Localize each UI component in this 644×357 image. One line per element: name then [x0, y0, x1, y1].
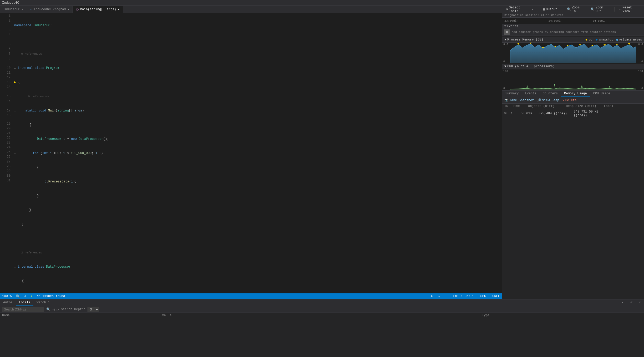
col-value: Value	[162, 314, 482, 317]
tab-label: InducedGC.Program	[34, 8, 66, 11]
events-section: ▼ Events ⏸ Add counter graphs by checkin…	[502, 24, 644, 37]
tab-events[interactable]: Events	[522, 91, 539, 97]
locals-search-input[interactable]	[2, 307, 44, 312]
tab-dropdown-icon[interactable]: ▾	[68, 7, 69, 11]
tab-bar: InducedGC ▾ ○ InducedGC.Program ▾ ⬡ Main…	[0, 6, 502, 13]
private-bytes-legend-label: Private Bytes	[619, 38, 642, 41]
timeline-t2: 24:00min	[549, 19, 562, 22]
tab-memory-usage[interactable]: Memory Usage	[561, 91, 590, 97]
zoom-in-button[interactable]: 🔍 Zoom In	[565, 6, 586, 14]
line-numbers: 1 2 3 4 5 6 7 8 9 10 11 12 13 14 15 16	[0, 13, 13, 293]
svg-marker-13	[510, 88, 636, 90]
th-heap: Heap Size (Diff)	[566, 104, 604, 108]
reset-label: Reset View	[622, 6, 640, 13]
heap-icon: 🔎	[537, 98, 541, 102]
th-id: ID	[504, 104, 512, 108]
events-toolbar: ⏸ Add counter graphs by checking counter…	[502, 29, 644, 35]
view-heap-button[interactable]: 🔎 View Heap	[537, 98, 559, 102]
events-label: Events	[525, 92, 536, 95]
snapshot-row: ⧉ 1 53.01s 325,484 ((n/a)) 349,731.00 KB…	[502, 109, 644, 118]
search-icon: 🔍	[46, 307, 50, 312]
summary-label: Summary	[505, 92, 519, 95]
tab-main[interactable]: ⬡ Main(string[] args) ▾	[73, 6, 123, 13]
chart-y-left: 8.6 0	[502, 43, 510, 64]
float-bottom-button[interactable]: ⤢	[627, 299, 636, 306]
delete-snapshot-button[interactable]: ✕ Delete	[562, 98, 576, 102]
watch1-label: Watch 1	[37, 301, 50, 304]
bottom-tabs: Autos Locals Watch 1 ▾ ⤢ ✕	[0, 299, 644, 306]
diag-toolbar: ⚙ Select Tools ▾ ▦ Output 🔍 Zoom In 🔍 Zo…	[502, 6, 644, 13]
zoom-in-label: Zoom In	[572, 6, 584, 13]
tab-label: InducedGC	[3, 8, 20, 11]
snapshot-heap-size: 349,731.00 KB ((n/a))	[574, 110, 607, 117]
main-area: InducedGC ▾ ○ InducedGC.Program ▾ ⬡ Main…	[0, 6, 644, 299]
zoom-level: 100 %	[2, 294, 12, 298]
select-tools-label: Select Tools	[509, 6, 530, 13]
reset-icon: ↺	[620, 7, 621, 11]
encoding: SPC	[480, 294, 486, 298]
session-bar: Diagnostics session: 24:15 minutes	[502, 13, 644, 18]
cpu-usage-label: CPU Usage	[593, 92, 610, 95]
collapse-bottom-button[interactable]: ▾	[619, 299, 627, 306]
memory-chevron: ▼	[504, 38, 506, 42]
private-bytes-legend: Private Bytes	[616, 38, 642, 41]
tab-dropdown-icon[interactable]: ▾	[118, 8, 120, 12]
cpu-y-max: 100	[503, 70, 509, 73]
nav-back-icon[interactable]: ⚑	[431, 294, 433, 298]
nav-fwd-icon[interactable]: ⇨	[438, 294, 440, 298]
diag-tabs: Summary Events Counters Memory Usage CPU…	[502, 91, 644, 97]
code-panel: InducedGC ▾ ○ InducedGC.Program ▾ ⬡ Main…	[0, 6, 502, 299]
tab-watch1[interactable]: Watch 1	[33, 299, 53, 306]
snapshot-time: 53.01s	[521, 112, 536, 115]
reset-view-button[interactable]: ↺ Reset View	[618, 6, 642, 14]
cpu-y-left: 100 0	[502, 69, 510, 90]
svg-marker-1	[517, 43, 519, 45]
snapshot-toolbar: 📷 Take Snapshot 🔎 View Heap ✕ Delete	[502, 97, 644, 104]
autos-label: Autos	[3, 301, 13, 304]
snapshot-legend-label: Snapshot	[599, 38, 613, 41]
live-share-icon: ⚙	[24, 294, 26, 298]
events-title: Events	[507, 24, 518, 28]
gc-legend-icon	[585, 39, 588, 41]
tab-summary[interactable]: Summary	[502, 91, 522, 97]
snapshot-objects: 325,484 ((n/a))	[539, 112, 572, 115]
output-button[interactable]: ▦ Output	[541, 7, 559, 12]
close-bottom-button[interactable]: ✕	[636, 299, 644, 306]
zoom-out-button[interactable]: 🔍 Zoom Out	[589, 6, 611, 14]
tab-indugedgc[interactable]: InducedGC ▾	[0, 6, 27, 13]
bottom-panel: Autos Locals Watch 1 ▾ ⤢ ✕ 🔍 ◁ ▷ Search …	[0, 299, 644, 357]
th-objects: Objects (Diff)	[528, 104, 566, 108]
search-icon[interactable]: |	[445, 294, 447, 298]
copy-icon[interactable]: ⧉	[504, 111, 509, 116]
line-ending: CRLF	[492, 294, 500, 298]
fwd-nav-button[interactable]: ▷	[57, 307, 59, 312]
camera-icon: 📷	[504, 98, 508, 102]
heap-size: 349,731.00 KB	[574, 110, 599, 114]
cpu-chart-section: ▼ CPU (% of all processors) 100 0	[502, 64, 644, 91]
locals-label: Locals	[19, 301, 30, 304]
timeline-labels: 23:50min 24:00min 24:10min	[504, 19, 642, 22]
delete-label: Delete	[565, 99, 577, 102]
chart-area	[510, 43, 636, 64]
cpu-chart-area	[510, 69, 636, 90]
tab-autos[interactable]: Autos	[0, 299, 16, 306]
back-nav-button[interactable]: ◁	[53, 307, 55, 312]
tab-dropdown-icon[interactable]: ▾	[22, 7, 24, 11]
memory-chart-body: 8.6 0	[502, 43, 644, 64]
title-bar: InducedGC	[0, 0, 644, 6]
select-tools-button[interactable]: ⚙ Select Tools ▾	[504, 6, 535, 14]
take-snapshot-button[interactable]: 📷 Take Snapshot	[504, 98, 534, 102]
tab-counters[interactable]: Counters	[540, 91, 561, 97]
status-ok: ●	[31, 294, 32, 298]
take-snapshot-label: Take Snapshot	[509, 99, 534, 102]
tab-locals[interactable]: Locals	[16, 299, 33, 306]
zoom-out-icon: 🔍	[591, 7, 595, 11]
snapshot-legend-icon	[595, 39, 598, 41]
tab-cpu-usage[interactable]: CPU Usage	[590, 91, 613, 97]
events-header[interactable]: ▼ Events	[502, 24, 644, 29]
pause-button[interactable]: ⏸	[504, 29, 510, 35]
gc-legend-label: GC	[589, 38, 592, 41]
depth-select[interactable]: 3510	[88, 307, 99, 312]
timeline-cursor	[641, 18, 641, 23]
tab-program[interactable]: ○ InducedGC.Program ▾	[27, 6, 73, 13]
